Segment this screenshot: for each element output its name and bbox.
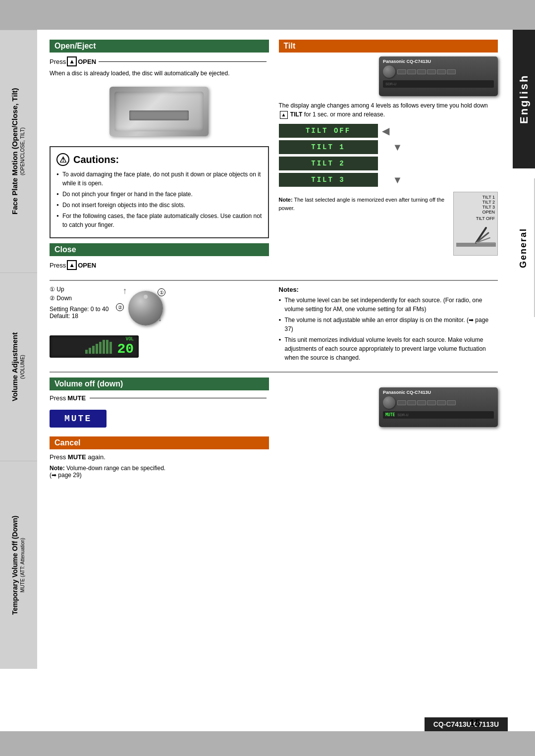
mute-press-line: Press MUTE bbox=[50, 394, 269, 402]
panasonic-device-bot-area: Panasonic CQ-C7413U MUTE bbox=[279, 387, 498, 427]
tilt-bar-1: TILT 1 bbox=[279, 140, 378, 154]
vol-bars bbox=[85, 340, 112, 354]
side-label-open: OPEN bbox=[456, 210, 495, 215]
caution-item-2: Do not pinch your finger or hand in the … bbox=[56, 190, 262, 199]
vol-note-1: The volume level can be set independentl… bbox=[279, 296, 498, 314]
tilt-note: Note: The last selected angle is memoriz… bbox=[279, 196, 449, 212]
cancel-note: Note: Volume-down range can be specified… bbox=[50, 465, 269, 472]
ctrl-knob bbox=[383, 65, 395, 78]
ctrl-btn-bot-6 bbox=[447, 400, 456, 405]
mute-display-button: MUTE bbox=[50, 410, 107, 428]
bottom-sections: Volume off (down) Press MUTE MUTE Cancel… bbox=[50, 372, 498, 479]
vol-arrow-down: ↓ bbox=[158, 313, 162, 324]
ctrl-btn-6 bbox=[447, 69, 456, 74]
ctrl-btn-bot-3 bbox=[417, 400, 426, 405]
seg-6 bbox=[103, 340, 105, 354]
panasonic-device-bot: Panasonic CQ-C7413U MUTE bbox=[379, 387, 498, 427]
tilt-row-off: TILT OFF ◀ bbox=[279, 124, 408, 138]
device-display-bot: MUTE SDR-U bbox=[383, 411, 494, 419]
left-label-temp-vol: Temporary Volume Off (Down) MUTE (ATT: A… bbox=[0, 461, 37, 669]
tilt-arrow-down-3: ▼ bbox=[393, 174, 403, 186]
panasonic-brand-bot: Panasonic CQ-C7413U bbox=[383, 390, 494, 395]
vol-default-label: Default: 18 bbox=[50, 313, 108, 320]
main-content: Open/Eject Press ▲ OPEN When a disc is a… bbox=[40, 30, 508, 731]
tilt-arrow-off: ◀ bbox=[382, 125, 389, 137]
open-label: OPEN bbox=[78, 58, 96, 65]
warning-icon: ⚠ bbox=[56, 153, 69, 166]
mute-button-display: MUTE bbox=[50, 406, 269, 432]
page-number: 15 bbox=[470, 717, 481, 729]
ctrl-btn-bot-2 bbox=[407, 400, 416, 405]
left-label-face-plate: Face Plate Motion (Open/Close, Tilt) (OP… bbox=[0, 30, 37, 272]
mute-press-dash bbox=[90, 398, 266, 398]
press-dash-line bbox=[99, 61, 266, 62]
tilt-row-3: TILT 3 ▼ bbox=[279, 173, 408, 187]
vol-display-area: VOL 20 bbox=[50, 335, 269, 358]
seg-4 bbox=[96, 344, 98, 354]
vol-range-label: Setting Range: 0 to 40 bbox=[50, 306, 108, 313]
tab-english: English bbox=[513, 30, 535, 168]
tilt-header: Tilt bbox=[279, 40, 498, 53]
side-label-tilt1: TILT 1 bbox=[456, 195, 495, 200]
ctrl-btn-4 bbox=[427, 69, 436, 74]
caution-item-4: For the following cases, the face plate … bbox=[56, 212, 262, 229]
cautions-title: ⚠ Cautions: bbox=[56, 153, 262, 166]
tab-general: General bbox=[513, 178, 535, 317]
side-label-tilt3: TILT 3 bbox=[456, 205, 495, 210]
vol-arrow-up: ↑ bbox=[122, 286, 127, 296]
ctrl-btn-bot-5 bbox=[437, 400, 446, 405]
top-sections: Open/Eject Press ▲ OPEN When a disc is a… bbox=[50, 40, 498, 272]
vol-circle-1: ① bbox=[158, 288, 165, 296]
device-image-open bbox=[109, 87, 209, 136]
ctrl-btns-bot bbox=[397, 400, 462, 405]
seg-8 bbox=[109, 342, 112, 354]
ctrl-btn-1 bbox=[397, 69, 406, 74]
caution-item-1: To avoid damaging the face plate, do not… bbox=[56, 170, 262, 188]
cautions-label: Cautions: bbox=[73, 154, 119, 165]
panasonic-brand: Panasonic CQ-C7413U bbox=[383, 59, 494, 64]
cancel-press-line: Press MUTE again. bbox=[50, 453, 269, 461]
ctrl-knob-bot bbox=[383, 396, 395, 409]
cancel-section: Cancel Press MUTE again. Note: Volume-do… bbox=[50, 436, 269, 479]
bottom-bar bbox=[0, 731, 535, 756]
tilt-note-area: Note: The last selected angle is memoriz… bbox=[279, 192, 498, 256]
open-eject-column: Open/Eject Press ▲ OPEN When a disc is a… bbox=[50, 40, 269, 272]
tilt-column: Tilt Panasonic CQ-C7413U bbox=[279, 40, 498, 272]
close-header: Close bbox=[50, 243, 269, 256]
tilt-diagram: TILT OFF ◀ TILT 1 ▼ TILT 2 TILT 3 ▼ bbox=[279, 124, 408, 187]
tilt-bar-2: TILT 2 bbox=[279, 157, 378, 170]
vol-left: ① Up ② Down Setting Range: 0 to 40 Defau… bbox=[50, 286, 269, 364]
vol-up-label: ① Up bbox=[50, 286, 108, 293]
model-bar: CQ-C7413U/C7113U bbox=[425, 717, 508, 731]
volume-off-header: Volume off (down) bbox=[50, 378, 269, 390]
tilt-arrow-down-1: ▼ bbox=[393, 142, 403, 153]
mute-bold-label: MUTE bbox=[67, 394, 86, 402]
tilt-description: The display angle changes among 4 levels… bbox=[279, 101, 498, 119]
tilt-row-1: TILT 1 ▼ bbox=[279, 140, 408, 154]
left-label-area: Face Plate Motion (Open/Close, Tilt) (OP… bbox=[0, 30, 40, 731]
vol-note-3: This unit memorizes individual volume le… bbox=[279, 335, 498, 362]
tilt-row-2: TILT 2 bbox=[279, 157, 408, 170]
knob-indicator bbox=[144, 295, 148, 299]
ctrl-btn-5 bbox=[437, 69, 446, 74]
volume-section: ① Up ② Down Setting Range: 0 to 40 Defau… bbox=[50, 280, 498, 364]
mute-press-text: Press bbox=[50, 394, 66, 402]
vol-down-label: ② Down bbox=[50, 295, 108, 302]
vol-notes: Notes: The volume level can be set indep… bbox=[279, 286, 498, 364]
vol-notes-title: Notes: bbox=[279, 286, 498, 293]
model-number: CQ-C7413U/C7113U bbox=[433, 720, 499, 728]
close-button-icon: ▲ bbox=[67, 260, 77, 270]
seg-5 bbox=[99, 342, 102, 354]
panasonic-device-top: Panasonic CQ-C7413U SDR-U bbox=[379, 56, 498, 96]
cautions-list: To avoid damaging the face plate, do not… bbox=[56, 170, 262, 229]
tilt-side-diagram: TILT 1 TILT 2 TILT 3 OPEN TILT OFF bbox=[453, 192, 498, 256]
mute-display-small: MUTE bbox=[385, 413, 395, 417]
tilt-angle-svg bbox=[456, 223, 496, 253]
seg-3 bbox=[92, 346, 95, 354]
tilt-bar-off: TILT OFF bbox=[279, 124, 378, 138]
vol-knob-wrapper: ② ① ↑ ↓ bbox=[118, 286, 163, 330]
open-press-text: Press bbox=[50, 58, 66, 65]
open-eject-header: Open/Eject bbox=[50, 40, 269, 53]
device-controls-bot bbox=[383, 396, 494, 409]
tilt-note-text: Note: The last selected angle is memoriz… bbox=[279, 192, 449, 212]
